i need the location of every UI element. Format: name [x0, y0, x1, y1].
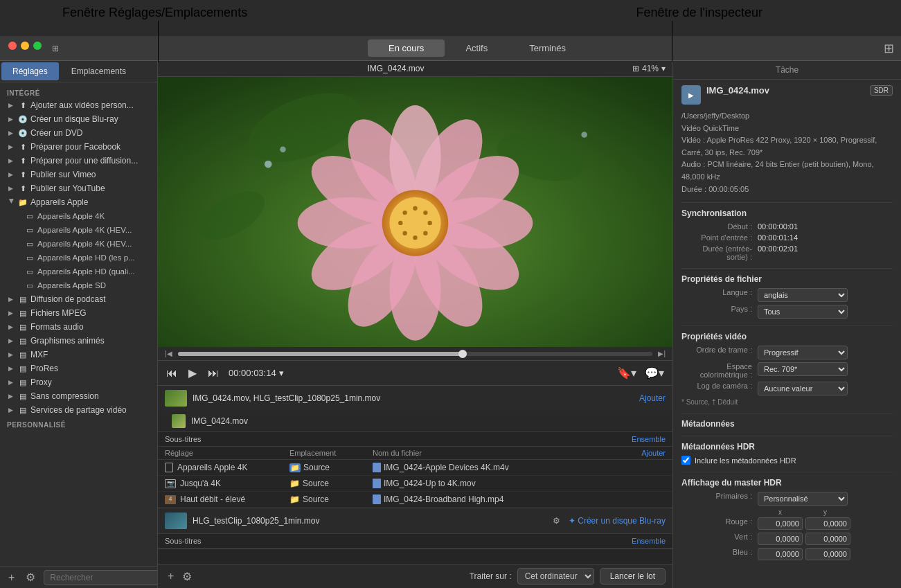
job-header-1[interactable]: IMG_0424.mov, HLG_testClip_1080p25_1min.…	[158, 386, 672, 411]
sidebar-item-audio[interactable]: ▶ ▤ Formats audio	[0, 320, 157, 334]
langue-select[interactable]: anglais	[758, 288, 848, 302]
pays-select[interactable]: Tous	[758, 305, 848, 319]
media-icon: ▤	[18, 336, 28, 346]
sidebar-item-facebook[interactable]: ▶ ⬆ Préparer pour Facebook	[0, 140, 157, 154]
chevron-icon: ▶	[8, 102, 15, 109]
sidebar-item-prores[interactable]: ▶ ▤ ProRes	[0, 362, 157, 375]
sidebar-item-apple4khev1[interactable]: ▭ Appareils Apple 4K (HEV...	[0, 223, 157, 237]
duree-entree-value: 00:00:02:01	[758, 244, 893, 253]
sidebar-item-proxy[interactable]: ▶ ▤ Proxy	[0, 375, 157, 389]
progress-handle[interactable]	[458, 350, 467, 358]
file-type-icon: ▶	[681, 85, 701, 105]
sidebar-item-appareils[interactable]: ▶ 📁 Appareils Apple	[0, 195, 157, 209]
sidebar-item-applehdles[interactable]: ▭ Appareils Apple HD (les p...	[0, 251, 157, 265]
minimize-button[interactable]	[21, 42, 29, 50]
sidebar-item-ajouter[interactable]: ▶ ⬆ Ajouter aux vidéos person...	[0, 98, 157, 112]
speech-button[interactable]: 💬▾	[643, 365, 666, 381]
pays-label: Pays :	[681, 305, 758, 313]
media-icon: ▤	[18, 377, 28, 387]
media-icon: ▤	[18, 391, 28, 401]
camera-icon: 📷	[165, 479, 176, 488]
bookmark-button[interactable]: 🔖▾	[616, 365, 638, 381]
vert-y-input[interactable]	[805, 533, 850, 545]
add-button[interactable]: +	[6, 570, 17, 585]
row-duree-entree: Durée (entrée- sortie) : 00:00:02:01	[681, 244, 893, 261]
checkbox-row-hdr: Inclure les métadonnées HDR	[681, 456, 893, 465]
log-camera-select[interactable]: Aucune valeur	[758, 382, 848, 395]
bottom-process: Traiter sur : Cet ordinateur Lancer le l…	[470, 568, 666, 585]
sidebar-item-applesd[interactable]: ▭ Appareils Apple SD	[0, 278, 157, 292]
output-reglage-1: Appareils Apple 4K	[177, 463, 247, 472]
settings-button[interactable]: ⚙	[23, 569, 38, 585]
sidebar-item-applehd[interactable]: ▭ Appareils Apple HD (quali...	[0, 265, 157, 278]
outputs-add-button[interactable]: Ajouter	[641, 449, 666, 457]
vert-x-input[interactable]	[758, 533, 803, 545]
output-row-2[interactable]: 📷 Jusqu'à 4K 📁 Source IMG_0424-Up to 4K.…	[158, 476, 672, 492]
espace-colorimetrique-select[interactable]: Rec. 709*	[758, 362, 848, 376]
tab-reglages[interactable]: Réglages	[1, 62, 59, 80]
chevron-icon: ▶	[8, 130, 15, 136]
sidebar-item-vimeo[interactable]: ▶ ⬆ Publier sur Vimeo	[0, 168, 157, 181]
bottom-settings-button[interactable]: ⚙	[179, 569, 195, 585]
process-select[interactable]: Cet ordinateur	[517, 568, 594, 585]
bottom-add: + ⚙	[165, 569, 195, 585]
rouge-x-input[interactable]	[758, 517, 803, 530]
sidebar-item-mxf[interactable]: ▶ ▤ MXF	[0, 348, 157, 362]
subtitles-ensemble-button-2[interactable]: Ensemble	[632, 537, 666, 545]
svg-point-18	[413, 206, 417, 211]
hdr-checkbox[interactable]	[681, 456, 690, 465]
output-table-header-1: Réglage Emplacement Nom du fichier Ajout…	[158, 447, 672, 460]
bleu-x-input[interactable]	[758, 548, 803, 560]
transport-right: 🔖▾ 💬▾	[616, 365, 666, 381]
sidebar-item-partage[interactable]: ▶ ▤ Services de partage vidéo	[0, 403, 157, 417]
sdr-badge: SDR	[870, 85, 893, 96]
tab-en-cours[interactable]: En cours	[368, 39, 445, 57]
sidebar-item-label: Publier sur YouTube	[30, 184, 105, 193]
sidebar-item-graphismes[interactable]: ▶ ▤ Graphismes animés	[0, 334, 157, 348]
svg-point-28	[581, 132, 587, 137]
job-settings-icon: ⚙	[553, 516, 560, 526]
sidebar-item-sans-compression[interactable]: ▶ ▤ Sans compression	[0, 389, 157, 403]
skip-back-button[interactable]: ⏮	[165, 366, 179, 381]
search-input[interactable]	[44, 570, 158, 585]
skip-forward-button[interactable]: ⏭	[206, 366, 220, 381]
tab-termines[interactable]: Terminés	[508, 39, 587, 57]
sidebar-item-bluray[interactable]: ▶ 💿 Créer un disque Blu-ray	[0, 112, 157, 126]
sidebar-item-youtube[interactable]: ▶ ⬆ Publier sur YouTube	[0, 181, 157, 195]
progress-track[interactable]	[178, 352, 653, 356]
subtitles-ensemble-button-1[interactable]: Ensemble	[632, 435, 666, 443]
bottom-add-button[interactable]: +	[165, 569, 177, 584]
row-debut: Début : 00:00:00:01	[681, 222, 893, 231]
sidebar-item-mpeg[interactable]: ▶ ▤ Fichiers MPEG	[0, 306, 157, 320]
sidebar-item-apple4k[interactable]: ▭ Appareils Apple 4K	[0, 209, 157, 223]
job-header-2[interactable]: HLG_testClip_1080p25_1min.mov ⚙ ✦ Créer …	[158, 508, 672, 533]
panel-tabs: Réglages Emplacements	[0, 61, 157, 82]
transport-time: 00:00:03:14 ▾	[229, 368, 284, 378]
tab-emplacements[interactable]: Emplacements	[60, 61, 137, 82]
job-add-button-1[interactable]: Ajouter	[639, 393, 666, 403]
sidebar-item-label: Préparer pour une diffusion...	[30, 156, 138, 166]
rouge-y-input[interactable]	[805, 517, 850, 530]
tab-actifs[interactable]: Actifs	[445, 39, 508, 57]
svg-point-20	[428, 221, 432, 225]
play-button[interactable]: ▶	[187, 365, 198, 381]
zoom-control[interactable]: ⊞ 41% ▾	[632, 64, 666, 73]
launch-button[interactable]: Lancer le lot	[600, 568, 666, 585]
ordre-trame-select[interactable]: Progressif	[758, 346, 848, 359]
bleu-y-input[interactable]	[805, 548, 850, 560]
inspector-file-info: IMG_0424.mov SDR	[706, 85, 893, 96]
subtitles-header-1: Sous-titres Ensemble	[158, 431, 672, 447]
primaires-select[interactable]: Personnalisé	[758, 492, 848, 506]
maximize-button[interactable]	[33, 42, 42, 50]
output-row-1[interactable]: Appareils Apple 4K 📁 Source IMG_0424-App…	[158, 460, 672, 476]
sidebar-item-apple4khev2[interactable]: ▭ Appareils Apple 4K (HEV...	[0, 237, 157, 251]
settings-icon[interactable]: ⊞	[884, 41, 901, 56]
output-row-3[interactable]: 4 Haut débit - élevé 📁 Source IMG_0424-B…	[158, 492, 672, 508]
media-icon: ▤	[18, 350, 28, 359]
sidebar-item-diffusion[interactable]: ▶ ⬆ Préparer pour une diffusion...	[0, 154, 157, 168]
job-file-row-1[interactable]: IMG_0424.mov	[158, 411, 672, 431]
job-create-bluray-button[interactable]: ✦ Créer un disque Blu-ray	[569, 516, 666, 526]
close-button[interactable]	[8, 42, 17, 50]
sidebar-item-dvd[interactable]: ▶ 💿 Créer un DVD	[0, 126, 157, 140]
sidebar-item-podcast[interactable]: ▶ ▤ Diffusion de podcast	[0, 292, 157, 306]
